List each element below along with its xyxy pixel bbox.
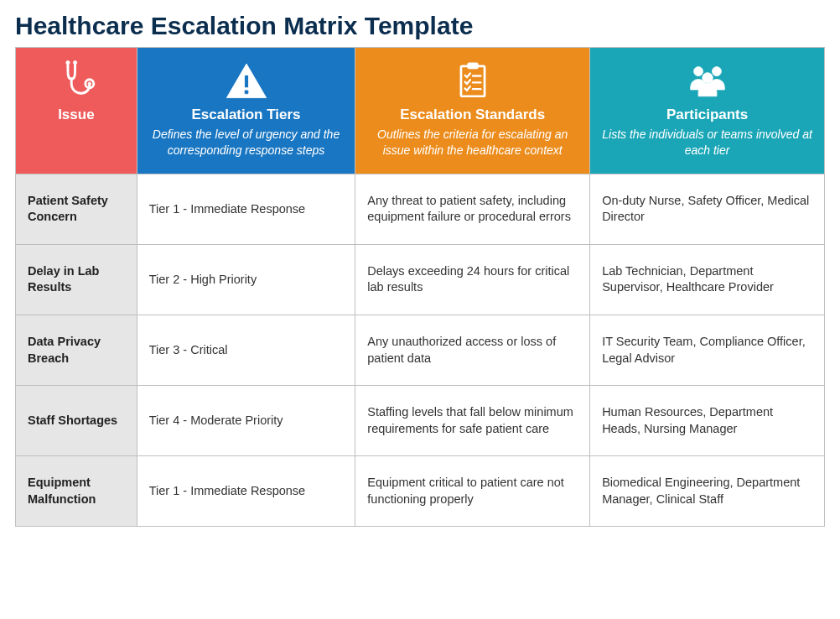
cell-standard: Equipment critical to patient care not f… [355, 456, 590, 527]
header-participants: Participants Lists the individuals or te… [590, 48, 825, 174]
cell-standard: Delays exceeding 24 hours for critical l… [355, 244, 590, 315]
matrix-body: Patient Safety Concern Tier 1 - Immediat… [16, 174, 825, 527]
header-standards-label: Escalation Standards [367, 107, 578, 123]
cell-tier: Tier 3 - Critical [137, 315, 355, 386]
cell-tier: Tier 4 - Moderate Priority [137, 386, 355, 456]
cell-participants: Biomedical Engineering, Department Manag… [590, 456, 825, 527]
cell-participants: On-duty Nurse, Safety Officer, Medical D… [590, 174, 825, 244]
cell-tier: Tier 1 - Immediate Response [137, 174, 355, 244]
header-tiers-subtitle: Defines the level of urgency and the cor… [149, 127, 344, 159]
cell-issue: Equipment Malfunction [16, 456, 137, 527]
header-issue: Issue [16, 48, 137, 174]
people-group-icon [602, 60, 812, 101]
svg-point-2 [66, 60, 70, 64]
svg-point-12 [712, 67, 721, 76]
warning-triangle-icon [149, 60, 344, 101]
cell-tier: Tier 2 - High Priority [137, 244, 355, 315]
svg-point-1 [88, 82, 91, 86]
cell-issue: Staff Shortages [16, 386, 137, 456]
checklist-icon [367, 60, 578, 101]
cell-tier: Tier 1 - Immediate Response [137, 456, 355, 527]
svg-point-5 [244, 90, 249, 95]
cell-participants: IT Security Team, Compliance Officer, Le… [590, 315, 825, 386]
cell-issue: Delay in Lab Results [16, 244, 137, 315]
header-participants-subtitle: Lists the individuals or teams involved … [602, 127, 812, 159]
svg-rect-7 [467, 63, 478, 69]
header-participants-label: Participants [602, 107, 812, 123]
cell-participants: Human Resources, Department Heads, Nursi… [590, 386, 825, 456]
svg-rect-4 [244, 75, 248, 88]
table-row: Patient Safety Concern Tier 1 - Immediat… [16, 174, 825, 244]
cell-standard: Any unauthorized access or loss of patie… [355, 315, 590, 386]
cell-issue: Data Privacy Breach [16, 315, 137, 386]
table-row: Delay in Lab Results Tier 2 - High Prior… [16, 244, 825, 315]
cell-participants: Lab Technician, Department Supervisor, H… [590, 244, 825, 315]
header-standards: Escalation Standards Outlines the criter… [355, 48, 590, 174]
cell-issue: Patient Safety Concern [16, 174, 137, 244]
table-row: Equipment Malfunction Tier 1 - Immediate… [16, 456, 825, 527]
page-title: Healthcare Escalation Matrix Template [15, 12, 825, 40]
cell-standard: Staffing levels that fall below minimum … [355, 386, 590, 456]
table-row: Data Privacy Breach Tier 3 - Critical An… [16, 315, 825, 386]
header-standards-subtitle: Outlines the criteria for escalating an … [367, 127, 578, 159]
escalation-matrix-table: Issue Escalation Tiers Defines the level… [15, 47, 825, 527]
table-row: Staff Shortages Tier 4 - Moderate Priori… [16, 386, 825, 456]
stethoscope-icon [28, 60, 125, 101]
header-tiers-label: Escalation Tiers [149, 107, 344, 123]
header-tiers: Escalation Tiers Defines the level of ur… [137, 48, 355, 174]
header-issue-label: Issue [28, 107, 125, 123]
svg-point-3 [73, 60, 76, 64]
svg-point-11 [693, 67, 703, 76]
cell-standard: Any threat to patient safety, including … [355, 174, 590, 244]
